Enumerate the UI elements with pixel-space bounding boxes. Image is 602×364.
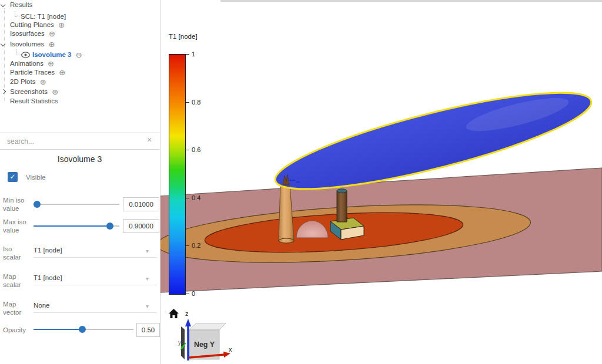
tree-item-label: Isosurfaces bbox=[10, 30, 45, 37]
min-iso-value-field[interactable] bbox=[123, 197, 159, 211]
tree-item-label: Cutting Planes bbox=[10, 21, 54, 28]
tree-item-label: 2D Plots bbox=[10, 78, 35, 85]
nav-cube-face-label: Neg Y bbox=[194, 341, 215, 349]
visible-label: Visible bbox=[26, 173, 73, 181]
horizontal-scrollbar[interactable] bbox=[220, 0, 602, 2]
home-button[interactable] bbox=[169, 309, 179, 318]
tree-item-label: Animations bbox=[10, 60, 44, 67]
add-icon[interactable]: ⊕ bbox=[48, 59, 54, 68]
chevron-down-icon[interactable]: ▾ bbox=[146, 275, 149, 282]
map-scalar-select[interactable]: T1 [node] bbox=[34, 274, 62, 281]
legend-tick-label: 1 bbox=[192, 50, 195, 58]
opacity-value-field[interactable] bbox=[136, 323, 160, 337]
stack-cylinder[interactable] bbox=[337, 189, 347, 222]
color-legend: T1 [node] 1 0.8 0.6 0.4 0.2 0 bbox=[165, 29, 229, 305]
legend-tick bbox=[186, 245, 189, 246]
chevron-down-icon[interactable]: ▾ bbox=[146, 248, 149, 254]
tree-item-label: SCL: T1 [node] bbox=[21, 13, 66, 20]
legend-tick-label: 0.2 bbox=[192, 242, 200, 249]
axis-x-label: x bbox=[229, 346, 232, 353]
clear-search-icon[interactable]: × bbox=[147, 135, 152, 144]
search-bar: × bbox=[0, 132, 159, 150]
max-iso-label: Max iso value bbox=[3, 218, 30, 234]
map-vector-label: Map vector bbox=[3, 300, 30, 316]
slider-thumb[interactable] bbox=[79, 326, 86, 333]
slider-thumb[interactable] bbox=[34, 201, 41, 208]
tree-item-label: Results bbox=[10, 1, 32, 8]
svg-text:y: y bbox=[178, 339, 181, 346]
tree-item-particle-traces[interactable]: Particle Traces ⊕ bbox=[0, 68, 65, 77]
properties-panel: Isovolume 3 ✓ Visible Min iso value Max … bbox=[0, 149, 159, 364]
opacity-label: Opacity bbox=[3, 326, 38, 334]
legend-tick-label: 0.4 bbox=[192, 194, 200, 201]
tree-item-2d-plots[interactable]: 2D Plots ⊕ bbox=[0, 77, 46, 87]
legend-tick bbox=[186, 54, 189, 55]
axis-z-label: z bbox=[185, 310, 189, 317]
add-icon[interactable]: ⊕ bbox=[48, 40, 55, 49]
legend-tick bbox=[186, 150, 189, 150]
map-vector-select[interactable]: None bbox=[34, 302, 50, 309]
opacity-slider[interactable] bbox=[34, 326, 133, 333]
tree-item-label: Result Statistics bbox=[10, 97, 58, 105]
chevron-down-icon[interactable] bbox=[1, 2, 6, 7]
legend-tick bbox=[186, 198, 189, 198]
tree-item-results[interactable]: Results bbox=[0, 0, 32, 10]
add-icon[interactable]: ⊕ bbox=[58, 21, 65, 29]
panel-title: Isovolume 3 bbox=[0, 154, 159, 164]
tree-item-label: Isovolume 3 bbox=[32, 51, 71, 58]
tree-item-result-statistics[interactable]: Result Statistics bbox=[0, 96, 58, 106]
chevron-down-icon[interactable] bbox=[1, 42, 6, 46]
divider bbox=[34, 285, 157, 285]
left-panel: Results SCL: T1 [node] Cutting Planes ⊕ … bbox=[0, 0, 160, 364]
search-input[interactable] bbox=[6, 135, 141, 148]
legend-tick-label: 0 bbox=[192, 290, 195, 297]
visible-checkbox[interactable]: ✓ bbox=[8, 172, 18, 182]
tree-item-screenshots[interactable]: Screenshots ⊕ bbox=[0, 87, 58, 97]
tree-item-label: Screenshots bbox=[10, 88, 48, 95]
tree-item-label: Isovolumes bbox=[10, 41, 44, 48]
tree-item-isovolumes[interactable]: Isovolumes ⊕ bbox=[0, 39, 55, 49]
eye-icon[interactable] bbox=[21, 52, 30, 58]
chevron-down-icon[interactable]: ▾ bbox=[146, 303, 149, 309]
tree-item-label: Particle Traces bbox=[10, 69, 55, 76]
legend-tick bbox=[186, 294, 189, 294]
max-iso-value-field[interactable] bbox=[123, 219, 159, 233]
legend-tick-label: 0.8 bbox=[192, 99, 200, 106]
add-icon[interactable]: ⊕ bbox=[49, 29, 55, 38]
chevron-right-icon[interactable] bbox=[1, 89, 6, 94]
add-icon[interactable]: ⊕ bbox=[52, 87, 58, 96]
add-icon[interactable]: ⊕ bbox=[40, 77, 46, 86]
add-icon[interactable]: ⊕ bbox=[59, 68, 65, 77]
min-iso-slider[interactable] bbox=[34, 201, 119, 208]
legend-colorbar bbox=[169, 54, 186, 295]
tree-item-isosurfaces[interactable]: Isosurfaces ⊕ bbox=[0, 29, 55, 39]
slider-thumb[interactable] bbox=[106, 223, 113, 230]
iso-scalar-label: Iso scalar bbox=[3, 245, 30, 261]
divider bbox=[34, 257, 157, 258]
divider bbox=[34, 312, 157, 313]
legend-tick-label: 0.6 bbox=[192, 146, 200, 153]
check-icon: ✓ bbox=[9, 173, 15, 181]
legend-title: T1 [node] bbox=[169, 33, 198, 40]
max-iso-slider[interactable] bbox=[34, 223, 119, 230]
legend-tick bbox=[186, 102, 189, 103]
min-iso-label: Min iso value bbox=[3, 196, 30, 213]
remove-icon[interactable]: ⊖ bbox=[76, 50, 82, 59]
application-window: z Neg Y y x T1 [node] bbox=[0, 0, 602, 364]
iso-scalar-select[interactable]: T1 [node] bbox=[34, 247, 62, 254]
map-scalar-label: Map scalar bbox=[3, 272, 30, 289]
